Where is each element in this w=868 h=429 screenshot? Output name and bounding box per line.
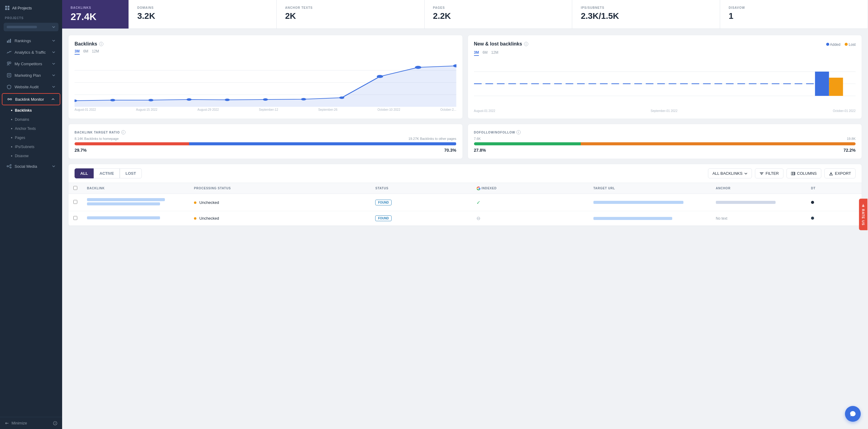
svg-rect-5 [8, 40, 9, 43]
nl-tab-12m[interactable]: 12M [491, 50, 498, 56]
all-projects-link[interactable]: All Projects [0, 0, 62, 14]
sidebar-item-my-competitors[interactable]: My Competitors [2, 58, 60, 69]
th-dt: DT [806, 183, 862, 194]
dofollow-info-icon[interactable]: i [517, 130, 521, 135]
sidebar-item-rankings[interactable]: Rankings [2, 35, 60, 46]
chevron-down-icon [52, 85, 56, 89]
table-row: Unchecked FOUND ⊖ No text [68, 211, 862, 226]
all-projects-label: All Projects [12, 6, 32, 10]
sidebar-sub-item-pages[interactable]: Pages [0, 133, 62, 142]
tab-all[interactable]: ALL [74, 168, 94, 178]
th-checkbox [68, 183, 82, 194]
chevron-up-icon [51, 97, 55, 101]
svg-point-34 [415, 66, 421, 69]
chevron-down-icon [52, 74, 56, 77]
new-lost-info-icon[interactable]: i [524, 42, 528, 46]
nl-tab-3m[interactable]: 3M [474, 50, 479, 56]
google-icon [476, 186, 481, 191]
backlinks-chart-tabs: 3M 6M 12M [74, 49, 457, 55]
row-checkbox-cell-2 [68, 211, 82, 226]
export-button[interactable]: EXPORT [824, 168, 856, 178]
filter-button[interactable]: FILTER [755, 168, 783, 178]
backlinks-table: BACKLINK PROCESSING STATUS STATUS [68, 183, 862, 226]
svg-text:?: ? [54, 422, 56, 425]
chart-tab-6m[interactable]: 6M [83, 49, 89, 55]
download-icon [861, 204, 865, 207]
bar-chart-icon [7, 38, 11, 43]
nl-tab-6m[interactable]: 6M [483, 50, 488, 56]
backlinks-chart-area [74, 58, 457, 107]
check-icon: ✓ [476, 200, 480, 205]
svg-line-18 [8, 165, 10, 166]
chevron-down-icon [52, 50, 56, 54]
sidebar-item-social-media[interactable]: Social Media [2, 161, 60, 172]
sidebar-item-website-audit[interactable]: Website Audit [2, 81, 60, 92]
domain-selector[interactable] [4, 23, 59, 31]
stat-ips-subnets: IPS/SUBNETS 2.3K/1.5K [572, 0, 720, 29]
sidebar-sub-item-domains[interactable]: Domains [0, 115, 62, 124]
new-lost-chart-card: New & lost backlinks i Added Lost 3M 6M … [468, 35, 862, 119]
target-url-bar-2 [593, 217, 672, 220]
ratio-blue-fill [189, 142, 457, 145]
table-toolbar: ALL ACTIVE LOST ALL BACKLINKS [68, 164, 862, 183]
svg-point-32 [339, 96, 344, 99]
stat-anchor-texts: ANCHOR TEXTS 2K [277, 0, 425, 29]
svg-point-12 [8, 98, 9, 100]
plan-icon [7, 73, 11, 78]
chart-tab-3m[interactable]: 3M [74, 49, 80, 55]
svg-rect-9 [7, 74, 11, 77]
backlinks-info-icon[interactable]: i [99, 42, 103, 46]
svg-point-16 [7, 166, 8, 167]
status-dot-2 [194, 217, 196, 220]
row-checkbox-2[interactable] [73, 216, 77, 220]
table-header-row: BACKLINK PROCESSING STATUS STATUS [68, 183, 862, 194]
ratio-red-fill [74, 142, 189, 145]
dropdown-chevron-icon [744, 172, 747, 175]
dofollow-green-fill [474, 142, 581, 145]
no-text-label: No text [716, 216, 727, 221]
sidebar-sub-item-anchor-texts[interactable]: Anchor Texts [0, 124, 62, 133]
tab-lost[interactable]: LOST [120, 168, 142, 178]
row-dt [806, 194, 862, 211]
backlinks-filter-dropdown[interactable]: ALL BACKLINKS [708, 168, 752, 178]
sidebar-item-analytics-traffic[interactable]: Analytics & Traffic [2, 47, 60, 58]
chevron-down-icon [52, 62, 56, 65]
columns-icon [791, 171, 795, 176]
backlinks-value: 27.4K [71, 11, 120, 23]
main-content: BACKLINKS 27.4K DOMAINS 3.2K ANCHOR TEXT… [62, 0, 868, 429]
sidebar-sub-item-disavow[interactable]: Disavow [0, 151, 62, 161]
tab-active[interactable]: ACTIVE [94, 168, 120, 178]
chat-bubble[interactable] [845, 406, 861, 422]
sidebar-item-backlink-monitor[interactable]: Backlink Monitor [2, 93, 60, 105]
disavow-label: DISAVOW [728, 6, 859, 9]
ratio-percentages: 29.7% 70.3% [74, 148, 457, 152]
pages-label: PAGES [433, 6, 564, 9]
svg-rect-0 [5, 6, 7, 7]
rate-us-tab[interactable]: RATE US [859, 199, 867, 230]
minus-icon: ⊖ [476, 216, 480, 221]
sidebar-sub-item-ips-subnets[interactable]: IPs/Subnets [0, 142, 62, 151]
select-all-checkbox[interactable] [73, 186, 77, 190]
row-checkbox[interactable] [73, 200, 77, 204]
svg-point-7 [7, 62, 9, 64]
charts-row: Backlinks i 3M 6M 12M [68, 35, 862, 119]
columns-button[interactable]: COLUMNS [786, 168, 821, 178]
minimize-label: Minimize [11, 421, 27, 425]
social-icon [7, 164, 11, 169]
row-backlink-url-2 [82, 211, 189, 226]
sidebar-sub-item-backlinks[interactable]: Backlinks [0, 106, 62, 115]
ratio-info-icon[interactable]: i [121, 130, 125, 135]
sidebar-item-marketing-plan[interactable]: Marketing Plan [2, 70, 60, 81]
chart-tab-12m[interactable]: 12M [92, 49, 99, 55]
toolbar-right: ALL BACKLINKS FILTER [708, 168, 856, 178]
content-area: Backlinks i 3M 6M 12M [62, 29, 868, 232]
found-badge: FOUND [375, 200, 392, 205]
domains-value: 3.2K [137, 11, 268, 21]
ips-label: IPS/SUBNETS [581, 6, 711, 9]
backlinks-chart-svg [74, 58, 457, 107]
row-anchor-2: No text [711, 211, 806, 226]
minimize-button[interactable]: Minimize ? [0, 417, 62, 429]
social-media-label: Social Media [14, 164, 37, 169]
svg-point-26 [110, 99, 116, 101]
analytics-icon [7, 50, 11, 55]
